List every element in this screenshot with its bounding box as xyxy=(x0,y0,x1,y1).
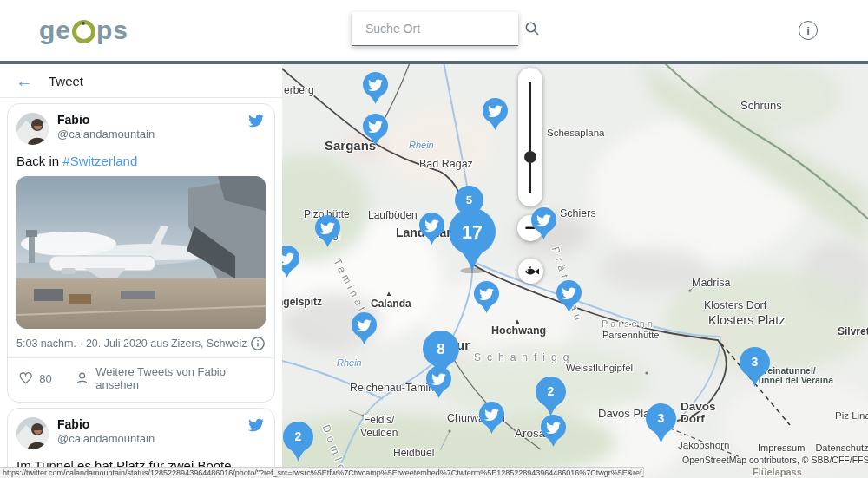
search-box[interactable] xyxy=(352,12,518,46)
impressum-link[interactable]: Impressum xyxy=(758,442,805,453)
map-label: Ringelspitz xyxy=(282,297,322,308)
map-label: Heidbüel xyxy=(393,448,434,459)
search-input[interactable] xyxy=(364,21,524,36)
tweet-cluster-3[interactable]: 3 xyxy=(737,345,773,392)
hashtag-link[interactable]: #Switzerland xyxy=(62,154,137,168)
tweet-pin[interactable] xyxy=(554,278,584,318)
sidebar-title: Tweet xyxy=(49,74,83,88)
fish-icon xyxy=(523,266,539,277)
map-label: erberg xyxy=(284,85,314,96)
map-label: Weissfluhgipfel xyxy=(566,363,633,374)
map-label: Madrisa xyxy=(692,278,730,290)
map-label: Laufböden xyxy=(368,210,418,221)
map-label: Parsenn xyxy=(602,318,655,329)
svg-text:3: 3 xyxy=(751,355,758,369)
tweet-pin[interactable] xyxy=(360,70,391,109)
map-label: Klosters Dorf xyxy=(704,300,766,312)
tweet-pin[interactable] xyxy=(480,96,510,135)
tweet-pin[interactable] xyxy=(360,112,391,151)
tweet-cluster-17[interactable]: 17 xyxy=(446,206,498,277)
geops-logo[interactable]: geps xyxy=(39,15,128,46)
tweet-author-name: Fabio xyxy=(57,113,247,128)
zoom-slider[interactable] xyxy=(518,68,542,206)
more-tweets-link[interactable]: Weitere Tweets von Fabio ansehen xyxy=(75,365,266,391)
logo-o-icon xyxy=(72,20,95,43)
map-label: Hochwang xyxy=(491,325,546,337)
map-label: Feldis/ xyxy=(364,415,394,426)
tweet-pin[interactable] xyxy=(529,206,559,245)
map-label: Veulden xyxy=(360,428,398,439)
like-count: 80 xyxy=(39,372,51,385)
svg-text:17: 17 xyxy=(462,221,483,243)
svg-text:5: 5 xyxy=(465,193,471,206)
tweet-pin[interactable] xyxy=(349,311,379,350)
zoom-slider-track xyxy=(529,82,531,193)
tweet-pin[interactable] xyxy=(538,413,569,452)
map-label: Silvretta xyxy=(838,326,868,337)
logo-text-post: ps xyxy=(96,15,128,46)
tweet-author-handle: @calandamountain xyxy=(57,128,247,141)
header-divider xyxy=(0,61,868,64)
search-icon[interactable] xyxy=(524,20,540,37)
tweet-pin[interactable] xyxy=(312,213,343,252)
info-button[interactable]: i xyxy=(799,21,818,40)
map-label: Schesaplana xyxy=(547,128,605,139)
back-button[interactable]: ← xyxy=(16,72,33,89)
svg-text:2: 2 xyxy=(547,384,554,398)
tweet-text: Back in #Switzerland xyxy=(16,153,266,169)
tweet-card[interactable]: Fabio @calandamountain Back in #Switzerl… xyxy=(7,103,275,403)
map-label: Schiers xyxy=(560,208,596,220)
avatar xyxy=(16,417,49,449)
twitter-icon xyxy=(247,417,266,433)
map-overlays: erbergSargansRheinBad RagazSchrunsSchesa… xyxy=(282,61,868,478)
fish-layer-button[interactable] xyxy=(518,259,543,284)
map-label: Bad Ragaz xyxy=(419,159,473,171)
logo-text-pre: ge xyxy=(39,15,71,46)
tweet-pin[interactable] xyxy=(471,279,502,318)
svg-text:8: 8 xyxy=(437,341,444,357)
tweet-pin[interactable] xyxy=(424,364,454,403)
app-header: geps i xyxy=(0,0,868,61)
peak-marker: ▲ xyxy=(385,291,392,298)
tweet-cluster-3[interactable]: 3 xyxy=(643,402,679,449)
peak-marker: ▲ xyxy=(514,318,521,326)
twitter-icon xyxy=(247,113,266,128)
svg-text:2: 2 xyxy=(294,429,301,443)
tweet-photo[interactable] xyxy=(16,176,266,329)
map-label: Jakobshorn xyxy=(678,440,729,451)
like-icon[interactable] xyxy=(18,370,33,386)
map-label: Klosters Platz xyxy=(708,314,786,328)
map-label: Parsennhütte xyxy=(602,330,659,340)
map-label: Schanfigg xyxy=(474,352,575,363)
map-label: Rhein xyxy=(337,357,362,368)
tweet-pin[interactable] xyxy=(282,244,302,283)
tweet-timestamp: 5:03 nachm. · 20. Juli 2020 aus Zizers, … xyxy=(16,337,247,350)
datenschutz-link[interactable]: Datenschutz xyxy=(815,442,868,453)
tweet-author-handle: @calandamountain xyxy=(57,432,247,446)
map-label: Davos xyxy=(681,401,716,414)
zoom-slider-handle[interactable] xyxy=(524,151,536,163)
map-label: Calanda xyxy=(371,298,411,310)
browser-status-bar: https://twitter.com/calandamountain/stat… xyxy=(0,467,644,478)
map-label: Dorf xyxy=(681,413,705,426)
person-icon xyxy=(75,370,89,386)
svg-text:3: 3 xyxy=(657,411,664,425)
tweet-cluster-2[interactable]: 2 xyxy=(282,420,316,467)
tweet-info-icon[interactable] xyxy=(250,336,266,351)
map-label: Schruns xyxy=(740,100,782,112)
map-label: Flüelapass xyxy=(753,467,802,477)
tweet-sidebar: ← Tweet Fabio @calandamountain Back in #… xyxy=(0,64,282,478)
sidebar-header: ← Tweet xyxy=(0,64,282,98)
map-attribution: OpenStreetMap contributors, © SBB/CFF/FF… xyxy=(682,455,868,465)
tweet-pin[interactable] xyxy=(477,400,507,439)
map-canvas[interactable]: erbergSargansRheinBad RagazSchrunsSchesa… xyxy=(282,61,868,478)
tweet-author-name: Fabio xyxy=(57,417,247,432)
avatar xyxy=(16,113,49,145)
map-label: Piz Linard xyxy=(835,410,868,422)
tweet-pin[interactable] xyxy=(417,211,447,250)
map-label: Rhein xyxy=(409,140,434,150)
